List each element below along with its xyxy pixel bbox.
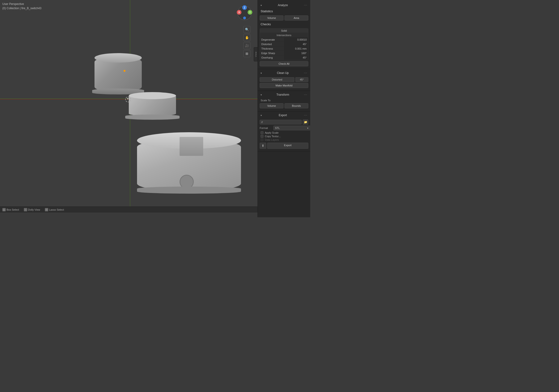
export-header[interactable]: ▾ Export ⋯ [260,112,308,119]
transform-gizmo [125,96,132,103]
apply-scale-checkbox[interactable] [261,131,263,134]
transform-section: ▾ Transform ⋯ Scale To Volume Bounds [258,91,310,111]
export-path-row: 📁 [260,119,308,125]
format-label: Format [260,127,271,129]
analyze-header[interactable]: ▾ Analyze ⋯ [260,2,308,9]
transform-arrow: ▾ [261,93,262,96]
apply-scale-row: Apply Scale [260,131,308,134]
camera-tool[interactable]: 🎥 [243,42,251,49]
data-layers-label: Data Layers [265,138,279,141]
analyze-label: Analyze [278,4,288,7]
statistics-title: Statistics [260,9,308,14]
analyze-section: ▾ Analyze ⋯ Statistics Volume Area Check… [258,2,310,69]
degenerate-value: 0.00010 [284,37,308,42]
right-edge-tab[interactable]: View [254,47,258,61]
statistics-btn-row: Volume Area [260,15,308,20]
cylinder-mid-object [129,90,176,123]
viewport-tools: 🔍 ✋ 🎥 ⊞ [243,26,251,57]
scale-volume-btn[interactable]: Volume [260,103,283,108]
viewport[interactable]: User Perspective (0) Collection | fire_B… [0,0,258,212]
edge-sharp-value: 160° [284,51,308,55]
bottom-toolbar: ◱ Box Select ○ Dolly View ⊡ Lasso Select [0,206,258,212]
distorted-cleanup-label: Distorted [260,77,294,82]
cylinder-top-face [94,53,142,63]
format-select[interactable]: STL OBJ PLY X3D [273,126,310,130]
copy-textures-row: Copy Textur... [260,135,308,138]
scale-btn-row: Volume Bounds [260,103,308,108]
scale-to-label: Scale To [260,98,308,102]
transform-cross [127,98,130,101]
distorted-cleanup-row: Distorted 45° [260,77,308,82]
box-select-icon: ◱ [2,208,6,211]
transform-label: Transform [276,93,289,96]
edge-sharp-label: Edge Sharp [260,51,284,55]
mid-base [125,115,180,120]
thickness-label: Thickness [260,46,284,51]
disc-base [137,187,241,194]
volume-btn[interactable]: Volume [260,15,283,20]
scale-bounds-btn[interactable]: Bounds [284,103,308,108]
gizmo-x-axis[interactable]: X [237,10,242,15]
bottom-item-box-select[interactable]: ◱ Box Select [2,208,19,211]
bottom-item-lasso[interactable]: ⊡ Lasso Select [45,208,64,211]
gizmo-y-axis[interactable]: Y [248,10,252,15]
dolly-icon: ○ [24,208,27,211]
lasso-label: Lasso Select [49,208,64,211]
transform-options[interactable]: ⋯ [304,93,307,97]
box-select-label: Box Select [7,208,19,211]
dolly-label: Dolly View [28,208,40,211]
distorted-label-check: Distorted [260,42,284,46]
data-layers-row: Data Layers [260,138,308,141]
checks-title: Checks [260,21,308,27]
analyze-options[interactable]: ⋯ [304,3,307,7]
export-label: Export [279,114,287,117]
export-path-input[interactable] [260,120,302,124]
pan-tool[interactable]: ✋ [243,34,251,41]
overhang-value: 45° [284,55,308,60]
check-all-btn[interactable]: Check All [260,61,308,66]
thickness-value: 0.001 mm [284,46,308,51]
solid-header: Solid [260,28,308,33]
degenerate-label: Degenerate [260,37,284,42]
copy-textures-checkbox[interactable] [261,135,263,138]
obj-container [0,0,258,212]
distorted-value-check: 45° [284,42,308,46]
cleanup-arrow: ▾ [261,72,262,74]
cleanup-section: ▾ Clean Up ⋯ Distorted 45° Make Manifold [258,70,310,91]
export-folder-btn[interactable]: 📁 [303,119,308,125]
export-arrow: ▾ [261,114,262,117]
mid-top-face [129,92,176,99]
edge-tab-label: View [255,52,257,57]
transform-header[interactable]: ▾ Transform ⋯ [260,91,308,98]
make-manifold-btn[interactable]: Make Manifold [260,83,308,88]
export-section: ▾ Export ⋯ 📁 Format STL OBJ PLY X3D ▾ [258,112,310,151]
navigation-gizmo[interactable]: Z Y X [236,5,253,21]
export-options[interactable]: ⋯ [304,113,307,117]
format-row: Format STL OBJ PLY X3D ▾ [260,126,308,130]
zoom-tool[interactable]: 🔍 [243,26,251,33]
data-layers-checkbox [261,138,263,141]
analyze-arrow: ▾ [261,4,262,7]
cylinder-top-object [92,47,147,94]
distorted-cleanup-value[interactable]: 45° [295,77,308,82]
export-btn[interactable]: Export [267,143,308,149]
gizmo-view-dot [243,17,246,19]
grid-tool[interactable]: ⊞ [243,50,251,57]
lasso-icon: ⊡ [45,208,48,211]
gizmo-z-axis[interactable]: Z [242,5,247,10]
checks-grid: Solid Intersections Degenerate 0.00010 D… [260,28,308,60]
format-arrow-icon: ▾ [307,127,308,129]
disc-rect-cutout [180,137,203,156]
overhang-label: Overhang [260,55,284,60]
right-panel: ▾ Analyze ⋯ Statistics Volume Area Check… [258,0,310,217]
cleanup-label: Clean Up [277,71,289,75]
cleanup-options[interactable]: ⋯ [304,71,307,75]
cleanup-header[interactable]: ▾ Clean Up ⋯ [260,70,308,76]
export-upload-icon[interactable]: ⬆ [260,143,266,149]
bottom-item-dolly[interactable]: ○ Dolly View [24,208,40,211]
area-btn[interactable]: Area [284,15,308,20]
export-btn-row: ⬆ Export [260,143,308,149]
apply-scale-label: Apply Scale [265,131,279,134]
copy-textures-label: Copy Textur... [265,135,281,138]
intersections-header: Intersections [260,33,308,37]
